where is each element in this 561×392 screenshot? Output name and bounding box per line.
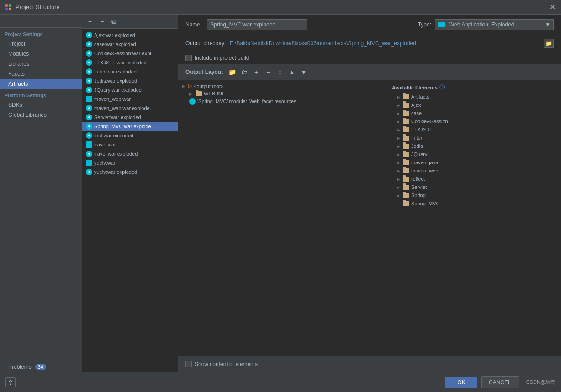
available-item-avail-case[interactable]: ▶case [387, 109, 561, 117]
available-item-avail-artifacts[interactable]: ▶Artifacts [387, 93, 561, 101]
available-item-avail-cookie-session[interactable]: ▶Cookie&Session [387, 117, 561, 125]
include-build-label: Include in project build [195, 55, 249, 61]
artifact-item-servlet-war-exploded[interactable]: Servlet:war exploded [82, 113, 178, 122]
show-content-checkbox[interactable] [185, 361, 192, 367]
artifact-item-el-jstl-war-exploded[interactable]: EL&JSTL:war exploded [82, 58, 178, 67]
svg-point-29 [88, 153, 90, 155]
artifact-item-cookie-session-war-expl[interactable]: Cookie&Session:war expl... [82, 49, 178, 58]
available-item-avail-reflect[interactable]: ▶reflect [387, 175, 561, 183]
available-item-avail-el-jstl[interactable]: ▶EL&JSTL [387, 125, 561, 134]
artifact-item-yuelv-war[interactable]: yuelv:war [82, 158, 178, 167]
artifact-item-jedis-war-exploded[interactable]: Jedis:war exploded [82, 76, 178, 85]
svg-rect-27 [87, 143, 91, 146]
close-button[interactable]: ✕ [550, 3, 556, 11]
artifact-item-maven-web-war[interactable]: maven_web:war [82, 94, 178, 104]
copy-artifact-button[interactable]: ⧉ [109, 16, 119, 26]
folder-icon [403, 111, 409, 116]
svg-point-17 [88, 89, 90, 91]
artifact-list: + − ⧉ Ajax:war explodedcase:war exploded… [82, 15, 178, 372]
layout-add-button[interactable]: + [251, 67, 261, 77]
folder-icon [403, 152, 409, 157]
expand-arrow: ▶ [397, 193, 401, 198]
add-artifact-button[interactable]: + [85, 16, 95, 26]
sidebar-item-project[interactable]: Project [0, 39, 82, 49]
title-bar: Project Structure ✕ [0, 0, 561, 15]
name-type-row: Name: Type: Web Application: Exploded ▼ [178, 15, 561, 35]
sidebar-item-problems[interactable]: Problems 34 [0, 362, 82, 372]
sidebar-item-libraries[interactable]: Libraries [0, 59, 82, 69]
war-exploded-icon [86, 32, 92, 38]
war-exploded-icon [86, 114, 92, 120]
layout-folder-button[interactable]: 📁 [228, 67, 238, 77]
war-icon [86, 96, 92, 102]
show-content-ellipsis-button[interactable]: ... [264, 359, 274, 369]
layout-file-button[interactable]: 🗂 [239, 67, 249, 77]
available-items-container: ▶Artifacts▶Ajax▶case▶Cookie&Session▶EL&J… [387, 93, 561, 208]
svg-point-26 [88, 135, 90, 136]
spring-mvc-module-label: 'Spring_MVC' module: 'Web' facet resourc… [197, 99, 296, 104]
available-item-avail-ajax[interactable]: ▶Ajax [387, 101, 561, 109]
sidebar-item-sdks[interactable]: SDKs [0, 100, 82, 110]
app-icon [5, 4, 12, 11]
svg-point-33 [191, 99, 194, 103]
artifact-item-filter-war-exploded[interactable]: Filter:war exploded [82, 67, 178, 76]
available-item-avail-servlet[interactable]: ▶Servlet [387, 183, 561, 191]
artifact-item-spring-mvc-war-exploded[interactable]: Spring_MVC:war explode... [82, 122, 178, 131]
platform-settings-label: Platform Settings [0, 89, 82, 100]
expand-arrow: ▶ [397, 160, 401, 165]
forward-arrow[interactable]: → [13, 17, 19, 25]
back-arrow[interactable]: ← [4, 17, 10, 25]
help-button[interactable]: ? [5, 377, 16, 387]
artifact-item-case-war-exploded[interactable]: case:war exploded [82, 40, 178, 49]
artifact-item-test-war-exploded[interactable]: test:war exploded [82, 131, 178, 140]
svg-point-9 [88, 52, 90, 54]
artifact-item-travel-war[interactable]: travel:war [82, 140, 178, 149]
expand-arrow: ▶ [397, 185, 401, 190]
available-help-icon[interactable]: ⓘ [439, 84, 445, 91]
layout-remove-button[interactable]: − [263, 67, 273, 77]
browse-output-dir-button[interactable]: 📁 [544, 39, 554, 48]
artifact-item-jquery-war-exploded[interactable]: JQuery:war exploded [82, 85, 178, 94]
svg-point-11 [88, 62, 90, 63]
available-item-avail-jquery[interactable]: ▶JQuery [387, 150, 561, 158]
artifact-item-ajax-war-exploded[interactable]: Ajax:war exploded [82, 31, 178, 40]
available-item-avail-maven-web[interactable]: ▶maven_web [387, 167, 561, 175]
available-item-avail-spring[interactable]: ▶Spring [387, 191, 561, 199]
folder-icon [403, 94, 409, 99]
include-build-checkbox[interactable] [185, 55, 192, 61]
output-root-arrow: ▶ [182, 84, 186, 89]
layout-up-button[interactable]: ▲ [287, 67, 297, 77]
tree-output-root[interactable]: ▶ ▷ <output root> [178, 82, 387, 90]
layout-down-button[interactable]: ▼ [299, 67, 309, 77]
tree-web-inf[interactable]: ▶ WEB-INF [178, 90, 387, 97]
sidebar-item-facets[interactable]: Facets [0, 69, 82, 79]
war-exploded-icon [86, 169, 92, 175]
artifact-item-maven-web-war-exploded[interactable]: maven_web:war explode... [82, 104, 178, 113]
name-input[interactable] [207, 19, 307, 30]
svg-point-32 [88, 171, 90, 173]
expand-arrow: ▶ [397, 152, 401, 157]
ok-button[interactable]: OK [445, 377, 477, 388]
artifact-item-travel-war-exploded[interactable]: travel:war exploded [82, 149, 178, 158]
module-icon [189, 98, 196, 105]
cancel-button[interactable]: CANCEL [481, 376, 519, 388]
available-item-avail-filter[interactable]: ▶Filter [387, 134, 561, 142]
remove-artifact-button[interactable]: − [97, 16, 107, 26]
folder-icon [403, 103, 409, 108]
sidebar-item-modules[interactable]: Modules [0, 49, 82, 59]
available-item-avail-jedis[interactable]: ▶Jedis [387, 142, 561, 150]
artifact-item-yuelv-war-exploded[interactable]: yuelv:war exploded [82, 167, 178, 177]
sidebar-item-global-libraries[interactable]: Global Libraries [0, 110, 82, 120]
layout-sort-button[interactable]: ↕ [275, 67, 285, 77]
folder-icon [403, 127, 409, 132]
output-dir-label: Output directory: [185, 40, 226, 47]
war-exploded-icon [86, 105, 92, 111]
available-item-avail-spring-mvc[interactable]: Spring_MVC [387, 199, 561, 208]
sidebar-item-artifacts[interactable]: Artifacts [0, 79, 82, 89]
available-item-avail-maven-java[interactable]: ▶maven_java [387, 158, 561, 167]
type-dropdown[interactable]: Web Application: Exploded ▼ [435, 19, 554, 30]
tree-spring-mvc-module[interactable]: 'Spring_MVC' module: 'Web' facet resourc… [178, 97, 387, 105]
web-inf-label: WEB-INF [204, 91, 225, 96]
output-root-label: <output root> [194, 84, 223, 89]
svg-point-13 [88, 71, 90, 73]
